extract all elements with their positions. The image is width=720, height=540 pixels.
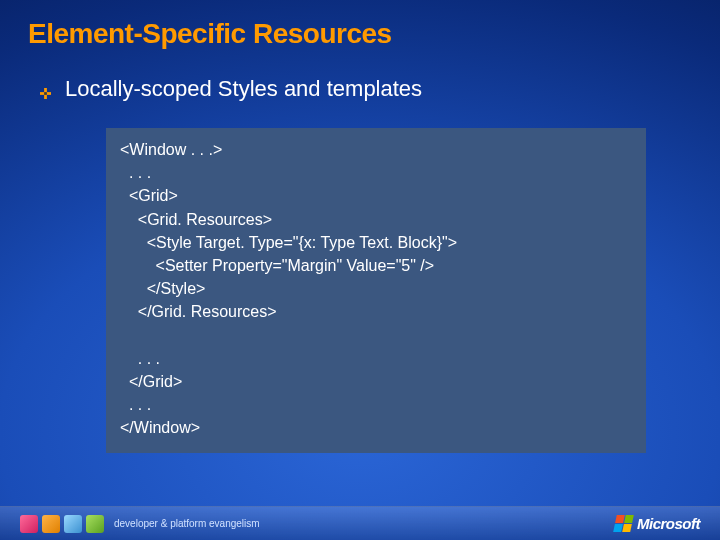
code-line: </Grid. Resources> [120,303,277,320]
code-line: <Setter Property="Margin" Value="5" /> [120,257,434,274]
code-line: <Grid. Resources> [120,211,272,228]
microsoft-flag-icon [613,515,634,532]
code-line: <Style Target. Type="{x: Type Text. Bloc… [120,234,457,251]
microsoft-logo-text: Microsoft [637,515,700,532]
badge-icon [64,515,82,533]
code-line: <Window . . .> [120,141,222,158]
bullet-item: Locally-scoped Styles and templates [40,76,692,102]
bullet-icon [40,85,51,96]
code-line: . . . [120,164,151,181]
code-line: . . . [120,350,160,367]
bullet-text: Locally-scoped Styles and templates [65,76,422,102]
code-line: <Grid> [120,187,178,204]
code-line: </Grid> [120,373,182,390]
code-block: <Window . . .> . . . <Grid> <Grid. Resou… [106,128,646,453]
footer-left: developer & platform evangelism [20,515,260,533]
code-line: </Style> [120,280,205,297]
badge-icon [42,515,60,533]
slide-title: Element-Specific Resources [28,18,692,50]
badge-icon [20,515,38,533]
slide: Element-Specific Resources Locally-scope… [0,0,720,540]
footer-tagline: developer & platform evangelism [114,518,260,529]
footer: developer & platform evangelism Microsof… [0,506,720,540]
microsoft-logo: Microsoft [615,515,700,532]
code-line: . . . [120,396,151,413]
svg-rect-2 [44,92,47,95]
badge-icon [86,515,104,533]
code-line: </Window> [120,419,200,436]
